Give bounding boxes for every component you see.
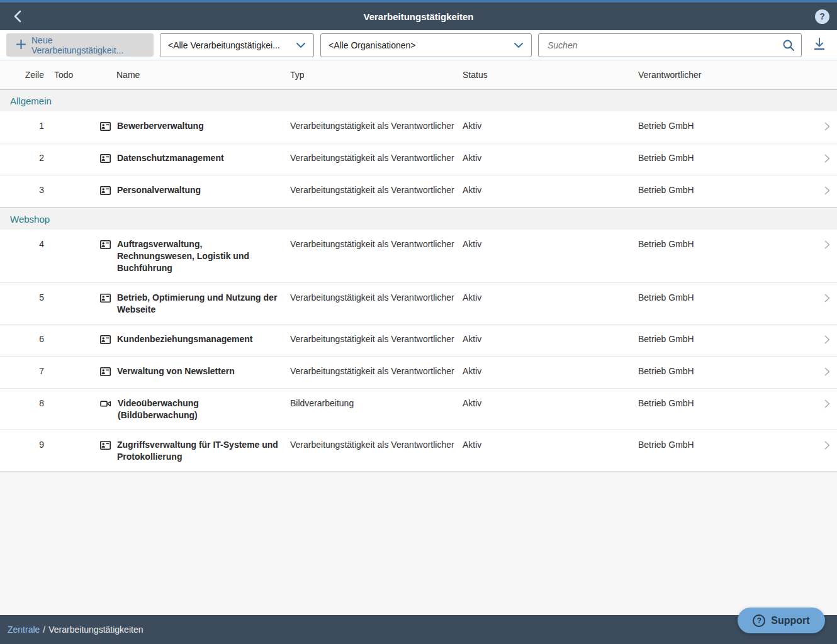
row-number-cell: 7 <box>10 365 44 377</box>
business-card-icon <box>100 238 111 253</box>
activity-type-filter-value: <Alle Verarbeitungstätigkei... <box>168 40 280 50</box>
chevron-right-icon <box>824 367 830 379</box>
verantwortlicher-cell: Betrieb GmbH <box>638 184 824 196</box>
row-number-cell: 2 <box>10 152 44 164</box>
video-camera-icon <box>100 397 111 412</box>
new-button-label: Neue Verarbeitungstätigkeit... <box>31 35 143 55</box>
activity-name: Kundenbeziehungsmanagement <box>117 333 252 345</box>
help-button[interactable]: ? <box>815 9 829 24</box>
organisation-filter-value: <Alle Organisationen> <box>329 40 416 50</box>
row-chevron[interactable] <box>824 184 830 198</box>
activity-name: Datenschutzmanagement <box>117 152 224 164</box>
activity-type-filter-select[interactable]: <Alle Verarbeitungstätigkei... <box>160 33 314 57</box>
name-cell: Personalverwaltung <box>100 184 290 199</box>
chevron-right-icon <box>824 122 830 134</box>
table-header-row: Zeile Todo Name Typ Status Verantwortlic… <box>0 60 837 89</box>
table-row[interactable]: 6KundenbeziehungsmanagementVerarbeitungs… <box>0 325 837 357</box>
chevron-down-icon <box>296 40 306 50</box>
typ-cell: Verarbeitungstätigkeit als Verantwortlic… <box>290 238 463 250</box>
chevron-down-icon <box>514 40 524 50</box>
status-cell: Aktiv <box>463 238 638 250</box>
column-header-verantwortlicher: Verantwortlicher <box>638 70 824 80</box>
support-button-label: Support <box>771 615 809 626</box>
table-row[interactable]: 3PersonalverwaltungVerarbeitungstätigkei… <box>0 175 837 208</box>
group-header: Allgemein <box>0 89 837 111</box>
app-footer: Zentrale / Verarbeitungstätigkeiten ? Su… <box>0 615 837 644</box>
row-chevron[interactable] <box>824 333 830 347</box>
typ-cell: Bildverarbeitung <box>290 397 463 409</box>
row-number-cell: 4 <box>10 238 44 250</box>
typ-cell: Verarbeitungstätigkeit als Verantwortlic… <box>290 333 463 345</box>
page-title: Verarbeitungstätigkeiten <box>0 11 837 22</box>
row-number-cell: 9 <box>10 439 44 451</box>
activity-name: Zugriffsverwaltung für IT-Systeme und Pr… <box>117 439 280 463</box>
row-number-cell: 1 <box>10 120 44 132</box>
question-mark-circle-icon: ? <box>753 614 765 627</box>
verantwortlicher-cell: Betrieb GmbH <box>638 120 824 132</box>
typ-cell: Verarbeitungstätigkeit als Verantwortlic… <box>290 292 463 304</box>
table-row[interactable]: 9Zugriffsverwaltung für IT-Systeme und P… <box>0 430 837 472</box>
table-row[interactable]: 1BewerberverwaltungVerarbeitungstätigkei… <box>0 111 837 143</box>
table-row[interactable]: 2DatenschutzmanagementVerarbeitungstätig… <box>0 143 837 175</box>
status-cell: Aktiv <box>463 397 638 409</box>
chevron-right-icon <box>824 294 830 306</box>
verantwortlicher-cell: Betrieb GmbH <box>638 365 824 377</box>
breadcrumb-current: Verarbeitungstätigkeiten <box>48 625 143 635</box>
business-card-icon <box>100 152 111 167</box>
table-row[interactable]: 5Betrieb, Optimierung und Nutzung der We… <box>0 283 837 325</box>
new-processing-activity-button[interactable]: Neue Verarbeitungstätigkeit... <box>6 33 154 57</box>
support-button[interactable]: ? Support <box>738 608 825 633</box>
activity-name: Personalverwaltung <box>117 184 201 196</box>
name-cell: Videoüberwachung (Bildüberwachung) <box>100 397 290 421</box>
row-chevron[interactable] <box>824 238 830 252</box>
column-header-name: Name <box>100 70 290 80</box>
group-header: Webshop <box>0 208 837 230</box>
breadcrumb-separator: / <box>43 625 45 635</box>
row-number-cell: 5 <box>10 292 44 304</box>
row-chevron[interactable] <box>824 439 830 453</box>
column-header-zeile: Zeile <box>10 70 44 80</box>
row-chevron[interactable] <box>824 292 830 306</box>
row-chevron[interactable] <box>824 365 830 379</box>
column-header-todo: Todo <box>44 70 100 80</box>
table-row[interactable]: 7Verwaltung von NewsletternVerarbeitungs… <box>0 357 837 389</box>
activity-name: Bewerberverwaltung <box>117 120 204 132</box>
search-input[interactable] <box>548 40 782 50</box>
name-cell: Auftragsverwaltung, Rechnungswesen, Logi… <box>100 238 290 274</box>
chevron-right-icon <box>824 441 830 453</box>
table-row[interactable]: 8Videoüberwachung (Bildüberwachung)Bildv… <box>0 389 837 430</box>
status-cell: Aktiv <box>463 152 638 164</box>
activity-name: Verwaltung von Newslettern <box>117 365 235 377</box>
status-cell: Aktiv <box>463 120 638 132</box>
chevron-right-icon <box>824 240 830 252</box>
download-button[interactable] <box>808 33 831 57</box>
download-icon <box>813 37 826 53</box>
magnifier-icon[interactable] <box>782 39 795 52</box>
verantwortlicher-cell: Betrieb GmbH <box>638 333 824 345</box>
name-cell: Zugriffsverwaltung für IT-Systeme und Pr… <box>100 439 290 463</box>
name-cell: Bewerberverwaltung <box>100 120 290 135</box>
back-button[interactable] <box>8 6 28 26</box>
status-cell: Aktiv <box>463 439 638 451</box>
question-mark-icon: ? <box>819 11 825 21</box>
table-body: Allgemein1BewerberverwaltungVerarbeitung… <box>0 89 837 472</box>
verantwortlicher-cell: Betrieb GmbH <box>638 397 824 409</box>
typ-cell: Verarbeitungstätigkeit als Verantwortlic… <box>290 152 463 164</box>
row-chevron[interactable] <box>824 397 830 411</box>
verantwortlicher-cell: Betrieb GmbH <box>638 152 824 164</box>
activity-name: Auftragsverwaltung, Rechnungswesen, Logi… <box>117 238 280 274</box>
chevron-right-icon <box>824 186 830 198</box>
row-number-cell: 3 <box>10 184 44 196</box>
row-number-cell: 8 <box>10 397 44 409</box>
business-card-icon <box>100 120 111 135</box>
breadcrumb-link-zentrale[interactable]: Zentrale <box>8 625 40 635</box>
content-background <box>0 472 837 615</box>
row-chevron[interactable] <box>824 152 830 166</box>
plus-icon <box>16 40 26 51</box>
search-field[interactable] <box>538 33 802 57</box>
row-chevron[interactable] <box>824 120 830 134</box>
organisation-filter-select[interactable]: <Alle Organisationen> <box>320 33 532 57</box>
table-row[interactable]: 4Auftragsverwaltung, Rechnungswesen, Log… <box>0 230 837 283</box>
app-header: Verarbeitungstätigkeiten ? <box>0 3 837 30</box>
verantwortlicher-cell: Betrieb GmbH <box>638 238 824 250</box>
